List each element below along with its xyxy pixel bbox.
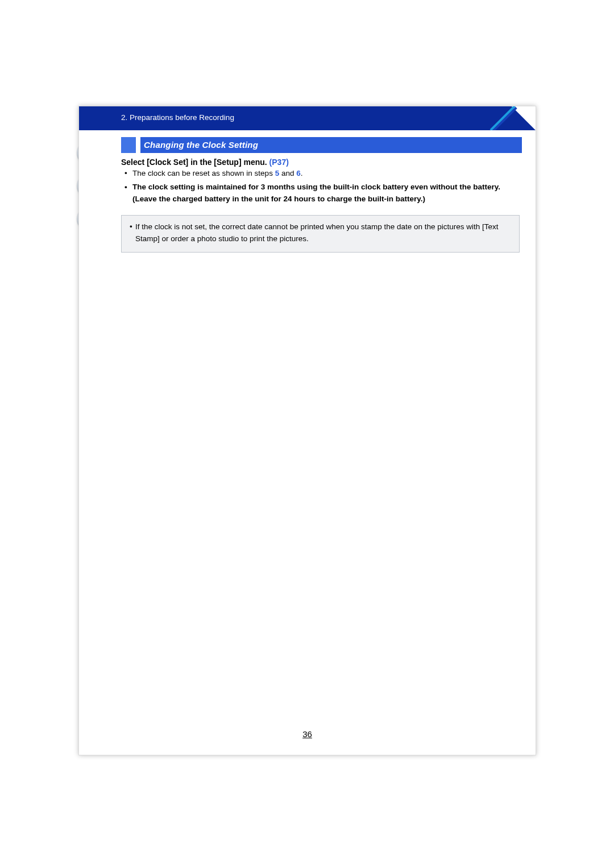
step-number-6[interactable]: 6 <box>296 169 301 177</box>
breadcrumb-text: Preparations before Recording <box>130 113 234 122</box>
page-number-value: 36 <box>302 729 312 739</box>
page-content: Changing the Clock Setting Select [Clock… <box>79 130 536 253</box>
instruction-line: Select [Clock Set] in the [Setup] menu. … <box>121 158 522 167</box>
section-heading: Changing the Clock Setting <box>121 137 522 153</box>
bullet2-line2: (Leave the charged battery in the unit f… <box>132 195 425 203</box>
bullet1-part1: The clock can be reset as shown in steps <box>132 169 275 177</box>
breadcrumb-prefix: 2. <box>121 113 127 122</box>
bullet-list: The clock can be reset as shown in steps… <box>121 168 522 205</box>
list-item: The clock can be reset as shown in steps… <box>129 168 522 179</box>
section-title: Changing the Clock Setting <box>140 137 522 153</box>
header-corner-accent <box>490 106 536 130</box>
note-box: If the clock is not set, the correct dat… <box>121 215 520 253</box>
header-bar: 2. Preparations before Recording <box>79 106 536 130</box>
instruction-text: Select [Clock Set] in the [Setup] menu. <box>121 158 267 167</box>
section-heading-accent <box>121 137 136 153</box>
instruction-page-ref[interactable]: (P37) <box>269 158 289 167</box>
list-item: The clock setting is maintained for 3 mo… <box>129 181 522 205</box>
breadcrumb: 2. Preparations before Recording <box>121 113 234 122</box>
bullet1-end: . <box>301 169 303 177</box>
manual-page: 2. Preparations before Recording Changin… <box>78 106 536 755</box>
canvas: 2. Preparations before Recording Changin… <box>0 0 614 868</box>
note-box-text: If the clock is not set, the correct dat… <box>130 221 511 245</box>
page-number: 36 <box>79 729 536 739</box>
bullet1-mid: and <box>279 169 296 177</box>
bullet2-line1: The clock setting is maintained for 3 mo… <box>132 183 500 191</box>
